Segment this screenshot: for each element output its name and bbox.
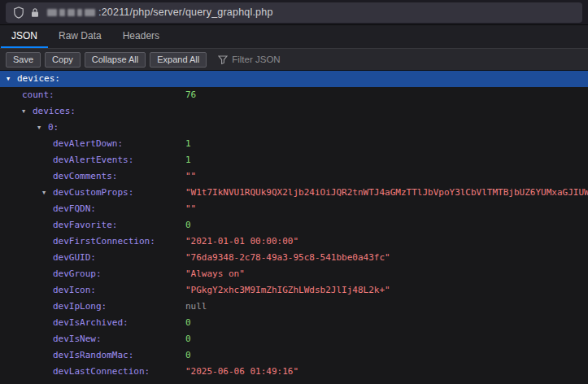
- tree-row-count[interactable]: count:76: [0, 87, 588, 103]
- filter-json-input[interactable]: Filter JSON: [218, 55, 280, 64]
- row-key: devices:: [33, 103, 76, 120]
- row-label-cell: devComments:: [0, 168, 185, 185]
- row-label-cell: devFQDN:: [0, 201, 185, 217]
- save-button[interactable]: Save: [6, 52, 41, 68]
- tree-row-devCustomProps[interactable]: ▼devCustomProps:"W1t7IkNVU1RQUk9QX2ljb24…: [0, 185, 588, 201]
- row-value: 1: [185, 136, 588, 152]
- row-value: "2021-01-01 00:00:00": [185, 233, 588, 250]
- funnel-icon: [218, 55, 228, 64]
- row-key: devAlertDown:: [53, 136, 123, 152]
- row-indent: [0, 87, 22, 103]
- twisty-icon[interactable]: ▼: [7, 71, 17, 87]
- tree-row-devGroup[interactable]: devGroup:"Always on": [0, 266, 588, 282]
- tree-row-devIpLong[interactable]: devIpLong:null: [0, 299, 588, 315]
- row-value: 0: [185, 331, 588, 347]
- url-text: :20211/php/server/query_graphql.php: [98, 7, 273, 18]
- tab-raw-data[interactable]: Raw Data: [48, 25, 112, 48]
- row-label-cell: devGroup:: [0, 266, 185, 282]
- tree-row-devAlertDown[interactable]: devAlertDown:1: [0, 136, 588, 152]
- shield-icon[interactable]: [13, 7, 24, 19]
- tree-row-0[interactable]: ▼0:: [0, 120, 588, 136]
- tree-row-devGUID[interactable]: devGUID:"76da9348-2c78-49a3-95c8-541bbe0…: [0, 250, 588, 266]
- row-indent: [0, 136, 53, 152]
- row-label-cell: devIsArchived:: [0, 315, 185, 331]
- row-value: [185, 103, 588, 120]
- row-indent: [0, 299, 53, 315]
- row-label-cell: devIpLong:: [0, 299, 185, 315]
- row-label-cell: devAlertEvents:: [0, 152, 185, 168]
- collapse-all-button[interactable]: Collapse All: [85, 52, 146, 68]
- row-indent: [0, 347, 53, 364]
- url-bar[interactable]: :20211/php/server/query_graphql.php: [6, 2, 582, 23]
- twisty-icon[interactable]: ▼: [37, 120, 48, 136]
- browser-toolbar: :20211/php/server/query_graphql.php: [0, 0, 588, 25]
- row-value: "PGkgY2xhc3M9ImZhIGZhLWdsb2JlIj48L2k+": [185, 282, 588, 299]
- row-indent: [0, 120, 37, 136]
- row-key: devIcon:: [53, 282, 96, 299]
- row-value: [185, 71, 588, 87]
- row-indent: [0, 250, 53, 266]
- row-value: 76: [185, 87, 588, 103]
- row-indent: [0, 217, 53, 233]
- row-indent: [0, 331, 53, 347]
- json-tree: ▼devices:count:76▼devices:▼0:devAlertDow…: [0, 71, 588, 384]
- toolbar-buttons: SaveCopyCollapse AllExpand All: [6, 52, 207, 68]
- row-indent: [0, 233, 53, 250]
- row-label-cell: ▼devCustomProps:: [0, 185, 185, 201]
- row-key: devGroup:: [53, 266, 102, 282]
- tree-row-devFavorite[interactable]: devFavorite:0: [0, 217, 588, 233]
- row-key: devGUID:: [53, 250, 96, 266]
- row-label-cell: ▼devices:: [0, 103, 185, 120]
- redacted-block: [47, 9, 57, 16]
- row-indent: [0, 201, 53, 217]
- row-label-cell: devLastConnection:: [0, 364, 185, 380]
- redacted-block: [77, 9, 82, 16]
- tree-row-devIsArchived[interactable]: devIsArchived:0: [0, 315, 588, 331]
- row-key: devIpLong:: [53, 299, 107, 315]
- row-key: devIsRandomMac:: [53, 347, 133, 364]
- row-value: null: [185, 299, 588, 315]
- row-value: "": [185, 168, 588, 185]
- jsonviewer-tabs: JSONRaw DataHeaders: [0, 25, 588, 49]
- tree-row-devIsRandomMac[interactable]: devIsRandomMac:0: [0, 347, 588, 364]
- lock-icon[interactable]: [30, 7, 40, 18]
- filter-json-label: Filter JSON: [232, 55, 280, 64]
- browser-window: :20211/php/server/query_graphql.php JSON…: [0, 0, 588, 384]
- row-key: devFQDN:: [53, 201, 96, 217]
- tree-row-devices[interactable]: ▼devices:: [0, 103, 588, 120]
- tree-row-devFirstConnection[interactable]: devFirstConnection:"2021-01-01 00:00:00": [0, 233, 588, 250]
- row-label-cell: devGUID:: [0, 250, 185, 266]
- row-key: devAlertEvents:: [53, 152, 133, 168]
- row-value: "Always on": [185, 266, 588, 282]
- row-key: devIsNew:: [53, 331, 102, 347]
- tree-row-devComments[interactable]: devComments:"": [0, 168, 588, 185]
- tree-row-devices[interactable]: ▼devices:: [0, 71, 588, 87]
- row-key: 0:: [48, 120, 59, 136]
- copy-button[interactable]: Copy: [45, 52, 81, 68]
- row-label-cell: ▼devices:: [0, 71, 185, 87]
- row-value: "W1t7IkNVU1RQUk9QX2ljb24iOiJQR2tnWTJ4aGM…: [185, 185, 588, 201]
- row-key: devFirstConnection:: [53, 233, 155, 250]
- twisty-icon[interactable]: ▼: [22, 103, 33, 120]
- row-indent: [0, 185, 42, 201]
- jsonviewer-toolbar: SaveCopyCollapse AllExpand All Filter JS…: [0, 49, 588, 71]
- tree-row-devFQDN[interactable]: devFQDN:"": [0, 201, 588, 217]
- tab-headers[interactable]: Headers: [112, 25, 170, 48]
- tree-row-devIsNew[interactable]: devIsNew:0: [0, 331, 588, 347]
- row-label-cell: devIsRandomMac:: [0, 347, 185, 364]
- tree-row-devAlertEvents[interactable]: devAlertEvents:1: [0, 152, 588, 168]
- tree-row-devIcon[interactable]: devIcon:"PGkgY2xhc3M9ImZhIGZhLWdsb2JlIj4…: [0, 282, 588, 299]
- row-indent: [0, 168, 53, 185]
- row-indent: [0, 315, 53, 331]
- expand-all-button[interactable]: Expand All: [150, 52, 207, 68]
- row-label-cell: devFavorite:: [0, 217, 185, 233]
- redacted-block: [68, 9, 75, 16]
- redacted-block: [59, 9, 65, 16]
- row-value: "2025-06-06 01:49:16": [185, 364, 588, 380]
- row-indent: [0, 103, 22, 120]
- row-key: count:: [22, 87, 54, 103]
- row-label-cell: devAlertDown:: [0, 136, 185, 152]
- tab-json[interactable]: JSON: [1, 25, 48, 48]
- tree-row-devLastConnection[interactable]: devLastConnection:"2025-06-06 01:49:16": [0, 364, 588, 380]
- twisty-icon[interactable]: ▼: [42, 185, 53, 201]
